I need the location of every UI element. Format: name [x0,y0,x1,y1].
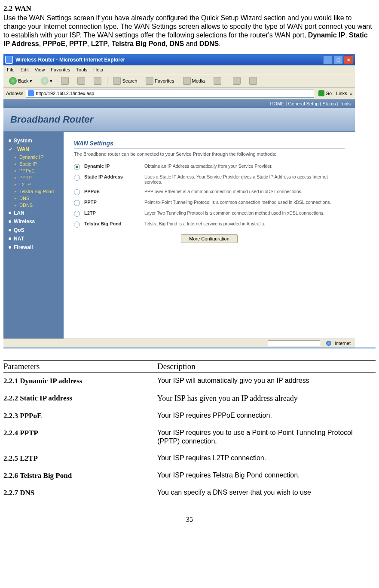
nav-dynamic-ip[interactable]: Dynamic IP [3,154,64,160]
radio-icon[interactable] [74,200,80,206]
nav-pppoe[interactable]: PPPoE [3,167,64,174]
table-row: 2.2.1 Dynamic IP addressYour ISP will au… [3,373,376,390]
param-name: 2.2.5 L2TP [3,450,157,467]
param-desc: Your ISP requires L2TP connection. [157,450,376,467]
internet-icon [326,341,331,346]
option-desc: Obtains an IP Address automatically from… [144,163,345,169]
radio-icon[interactable] [74,175,80,181]
option-label: Telstra Big Pond [84,221,140,226]
nav-firewall[interactable]: Firewall [3,243,64,252]
radio-icon[interactable] [74,189,80,195]
nav-l2tp[interactable]: L2TP [3,181,64,188]
menu-help[interactable]: Help [93,67,103,72]
links-label[interactable]: Links [336,91,347,96]
wan-option-4[interactable]: L2TPLayer Two Tunneling Protocol is a co… [74,210,345,217]
maximize-button[interactable]: ▢ [333,55,343,64]
router-topnav[interactable]: HOME | General Setup | Status | Tools [3,99,355,108]
wan-option-5[interactable]: Telstra Big PondTelstra Big Pond is a In… [74,221,345,228]
wan-option-3[interactable]: PPTPPoint-to-Point Tunneling Protocol is… [74,200,345,206]
wan-option-0[interactable]: Dynamic IPObtains an IP Address automati… [74,163,345,170]
intro-paragraph: Use the WAN Settings screen if you have … [3,14,376,48]
menu-view[interactable]: View [35,67,45,72]
address-value: http://192.168.2.1/index.asp [36,91,94,96]
nav-pptp[interactable]: PPTP [3,174,64,181]
wan-option-1[interactable]: Static IP AddressUses a Static IP Addres… [74,174,345,185]
more-configuration-button[interactable]: More Configuration [181,234,238,243]
history-button[interactable] [211,76,224,86]
address-input[interactable]: http://192.168.2.1/index.asp [26,89,314,98]
nav-telstra[interactable]: Telstra Big Pond [3,188,64,195]
status-internet: Internet [335,341,351,346]
page-icon [28,90,34,96]
param-desc: Your ISP requires you to use a Point-to-… [157,425,376,450]
nav-system-label: System [14,138,32,144]
option-desc: Point-to-Point Tunneling Protocol is a c… [144,200,345,205]
address-bar: Address http://192.168.2.1/index.asp Go … [3,88,355,99]
col-parameters: Parameters [3,361,157,373]
menu-tools[interactable]: Tools [76,67,88,72]
menu-file[interactable]: File [7,67,15,72]
radio-icon[interactable] [74,222,80,228]
intro-s3: , [65,40,69,47]
param-desc: Your ISP has given you an IP address alr… [157,390,376,407]
nav-wireless[interactable]: Wireless [3,217,64,226]
close-button[interactable]: ✕ [344,55,353,64]
parameters-table: Parameters Description 2.2.1 Dynamic IP … [3,360,376,502]
menu-favorites[interactable]: Favorites [51,67,70,72]
param-name: 2.2.7 DNS [3,484,157,502]
address-label: Address [6,91,23,96]
intro-b8: DDNS [199,40,219,47]
intro-s4: , [87,40,91,47]
media-button[interactable]: Media [180,76,208,86]
panel-lead: The Broadband router can be connected to… [74,151,345,157]
option-label: PPPoE [84,189,140,194]
home-button[interactable] [91,76,104,86]
option-desc: Uses a Static IP Address. Your Service P… [144,174,345,185]
nav-wan[interactable]: WAN [3,145,64,154]
nav-wireless-label: Wireless [14,219,35,225]
menu-edit[interactable]: Edit [21,67,29,72]
back-button[interactable]: Back ▾ [6,76,35,86]
nav-nat[interactable]: NAT [3,234,64,243]
window-title: Wireless Router - Microsoft Internet Exp… [15,57,322,63]
forward-button[interactable]: ▾ [38,76,55,86]
status-bar: Internet [3,339,355,348]
nav-firewall-label: Firewall [14,244,33,250]
nav-dns[interactable]: DNS [3,195,64,202]
stop-button[interactable] [58,76,72,86]
window-titlebar: Wireless Router - Microsoft Internet Exp… [3,54,355,65]
mail-button[interactable] [230,76,244,86]
param-name: 2.2.2 Static IP address [3,390,157,407]
table-row: 2.2.7 DNSYou can specify a DNS server th… [3,484,376,502]
print-button[interactable] [246,76,260,86]
minimize-button[interactable]: _ [323,55,333,64]
go-button[interactable]: Go [317,90,334,96]
intro-s1: , [345,31,349,39]
favorites-button[interactable]: Favorites [143,76,177,86]
wan-option-2[interactable]: PPPoEPPP over Ethernet is a common conne… [74,189,345,195]
table-row: 2.2.5 L2TPYour ISP requires L2TP connect… [3,450,376,467]
option-label: Static IP Address [84,174,140,179]
refresh-button[interactable] [74,76,88,86]
param-name: 2.2.4 PPTP [3,425,157,450]
radio-icon[interactable] [74,164,80,170]
nav-static-ip[interactable]: Static IP [3,160,64,167]
intro-s5: , [108,40,112,47]
param-desc: Your ISP requires Telstra Big Pond conne… [157,467,376,484]
nav-ddns[interactable]: DDNS [3,202,64,209]
media-label: Media [192,78,205,83]
table-row: 2.2.6 Telstra Big PondYour ISP requires … [3,467,376,484]
nav-system[interactable]: System [3,136,64,145]
favorites-label: Favorites [155,78,174,83]
intro-s8: . [219,40,220,47]
nav-qos[interactable]: QoS [3,226,64,234]
intro-b6: Telstra Big Pond [112,40,166,47]
intro-s7: and [184,40,199,47]
radio-icon[interactable] [74,211,80,217]
toolbar: Back ▾ ▾ Search Favorites Media [3,74,355,88]
option-desc: PPP over Ethernet is a common connection… [144,189,345,194]
option-label: Dynamic IP [84,163,140,169]
param-desc: Your ISP will automatically give you an … [157,373,376,390]
search-button[interactable]: Search [110,76,140,86]
nav-lan[interactable]: LAN [3,209,64,217]
